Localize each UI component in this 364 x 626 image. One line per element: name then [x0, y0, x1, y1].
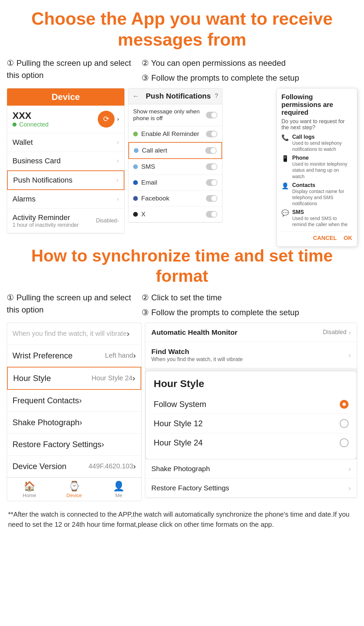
shake-photo-item[interactable]: Shake Photograph › [7, 412, 141, 434]
push-notifications-screen: ← Push Notifications ? Show message only… [128, 88, 222, 223]
x-toggle[interactable] [206, 211, 217, 218]
right-shake-row: Shake Photograph › [151, 465, 351, 473]
call-alert-toggle[interactable] [205, 147, 217, 154]
back-icon[interactable]: ← [132, 92, 139, 100]
section2: How to synchronize time and set time for… [0, 242, 364, 505]
footer-me-label: Me [115, 492, 122, 498]
restore-factory-label: Restore Factory Settings [12, 440, 101, 449]
footer-note: **After the watch is connected to the AP… [0, 505, 364, 540]
activity-reminder-status: Disabled [96, 218, 117, 224]
frequent-contacts-item[interactable]: Frequent Contacts › [7, 390, 141, 412]
hour-style-24-label: Hour Style 24 [154, 438, 203, 447]
enable-all-toggle[interactable] [206, 131, 217, 137]
follow-system-label: Follow System [154, 400, 206, 409]
push-notifications-chevron: › [116, 176, 118, 184]
x-item[interactable]: X [128, 207, 222, 222]
auto-health-item[interactable]: Automatic Health Monitor Disabled › [145, 323, 357, 342]
facebook-toggle[interactable] [206, 195, 217, 202]
section2-step2-text: ② Click to set the time [142, 292, 357, 304]
me-icon: 👤 [113, 481, 125, 492]
show-message-item[interactable]: Show message only when phone is off [128, 104, 222, 126]
wrist-item[interactable]: Wrist Preference Left hand › [7, 345, 141, 367]
footer-home-tab[interactable]: 🏠 Home [7, 478, 52, 501]
perm-calllogs: 📞 Call logs Used to send telephony notif… [281, 134, 352, 152]
business-card-item[interactable]: Business Card › [7, 152, 124, 170]
device-version-item[interactable]: Device Version 449F.4620.103 › [7, 456, 141, 478]
enable-all-dot [133, 132, 138, 136]
push-title: Push Notifications [142, 92, 215, 101]
permissions-dialog: Following permissions are required Do yo… [276, 88, 357, 247]
cancel-button[interactable]: CANCEL [313, 235, 337, 242]
section2-step1-text: ① Pulling the screen up and select this … [7, 292, 135, 316]
vibrate-item[interactable]: When you find the watch, it will vibrate… [7, 323, 141, 345]
call-alert-item[interactable]: Call alert [128, 142, 222, 159]
hour-style-12-option[interactable]: Hour Style 12 [154, 414, 348, 433]
hour-style-24-option[interactable]: Hour Style 24 [154, 433, 348, 452]
right-restore-item[interactable]: Restore Factory Settings › [145, 479, 357, 498]
email-dot [133, 180, 138, 185]
hour-style-label: Hour Style [13, 374, 51, 383]
auto-health-status: Disabled [323, 329, 346, 336]
facebook-item[interactable]: Facebook [128, 191, 222, 207]
hour-style-item[interactable]: Hour Style Hour Style 24 › [7, 367, 141, 390]
find-watch-title: Find Watch [151, 348, 243, 356]
sms-item[interactable]: SMS [128, 159, 222, 175]
section2-title: How to synchronize time and set time for… [13, 246, 351, 286]
footer-home-label: Home [23, 492, 36, 498]
device-version-chevron: › [133, 462, 136, 471]
right-shake-item[interactable]: Shake Photograph › [145, 459, 357, 479]
email-toggle[interactable] [206, 179, 217, 186]
perm-phone: 📱 Phone Used to monitor telephony status… [281, 155, 352, 180]
toggle-knob2 [211, 131, 217, 137]
ok-button[interactable]: OK [344, 235, 353, 242]
dialog-sub: Do you want to request for the next step… [281, 118, 352, 131]
perm3-desc: Display contact name for telephony and S… [292, 188, 352, 207]
perm-phone-text: Phone Used to monitor telephony status a… [292, 155, 352, 180]
toggle-knob7 [211, 212, 217, 217]
activity-reminder-content: Activity Reminder 1 hour of inactivity r… [12, 213, 96, 228]
find-watch-sub: When you find the watch, it will vibrate [151, 356, 243, 362]
sms-toggle[interactable] [206, 163, 217, 170]
perm-sms: 💬 SMS Used to send SMS to remind the cal… [281, 209, 352, 227]
restore-factory-item[interactable]: Restore Factory Settings › [7, 434, 141, 456]
perm3-name: Contacts [292, 182, 352, 188]
perm2-name: Phone [292, 155, 352, 161]
push-notifications-item[interactable]: Push Notifications › [7, 170, 124, 190]
device-chevron: › [117, 116, 119, 122]
section2-step3-text: ③ Follow the prompts to complete the set… [142, 306, 357, 319]
perm1-desc: Used to send telephony notifications to … [292, 140, 352, 152]
sms-label: SMS [141, 163, 206, 170]
footer-device-label: Device [66, 492, 82, 498]
perm2-desc: Used to monitor telephony status and han… [292, 161, 352, 180]
phone-time-screen: When you find the watch, it will vibrate… [7, 323, 142, 501]
push-area: ← Push Notifications ? Show message only… [128, 88, 357, 223]
alarms-item[interactable]: Alarms › [7, 190, 124, 209]
wrist-value: Left hand [105, 352, 133, 359]
follow-system-option[interactable]: Follow System [154, 395, 348, 414]
business-card-chevron: › [117, 157, 119, 164]
x-dot [133, 212, 138, 217]
auto-health-chevron: › [348, 328, 351, 336]
sms-dot [133, 164, 138, 169]
enable-all-item[interactable]: Enable All Reminder [128, 126, 222, 142]
show-message-toggle[interactable] [206, 112, 217, 118]
right-restore-chevron: › [348, 484, 351, 492]
phone-footer: 🏠 Home ⌚ Device 👤 Me [7, 478, 141, 501]
wallet-item[interactable]: Wallet › [7, 133, 124, 152]
device-info: XXX Connected [12, 110, 49, 128]
section1-step1-text: ① Pulling the screen up and select this … [7, 57, 135, 81]
activity-reminder-item[interactable]: Activity Reminder 1 hour of inactivity r… [7, 209, 124, 233]
restore-factory-chevron: › [101, 440, 104, 449]
connected-label: Connected [19, 121, 49, 128]
wallet-chevron: › [117, 139, 119, 146]
email-item[interactable]: Email [128, 175, 222, 191]
footer-note-text: **After the watch is connected to the AP… [8, 511, 350, 528]
help-icon[interactable]: ? [215, 92, 218, 100]
phone-time-right: Automatic Health Monitor Disabled › Find… [145, 323, 357, 498]
footer-me-tab[interactable]: 👤 Me [96, 478, 141, 501]
vibrate-label: When you find the watch, it will vibrate [12, 330, 127, 337]
footer-device-tab[interactable]: ⌚ Device [52, 478, 97, 501]
find-watch-item[interactable]: Find Watch When you find the watch, it w… [145, 342, 357, 368]
vibrate-chevron: › [127, 329, 129, 338]
x-label: X [141, 211, 206, 218]
